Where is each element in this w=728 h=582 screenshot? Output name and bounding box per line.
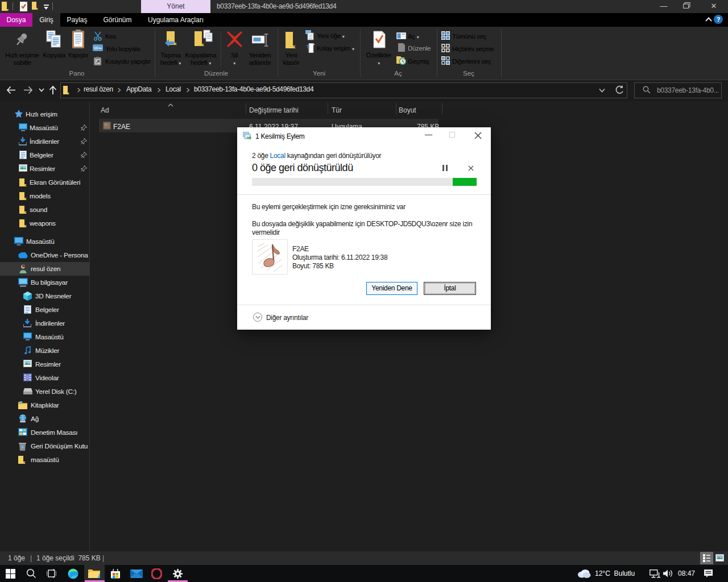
- svg-text:W: W: [94, 45, 98, 51]
